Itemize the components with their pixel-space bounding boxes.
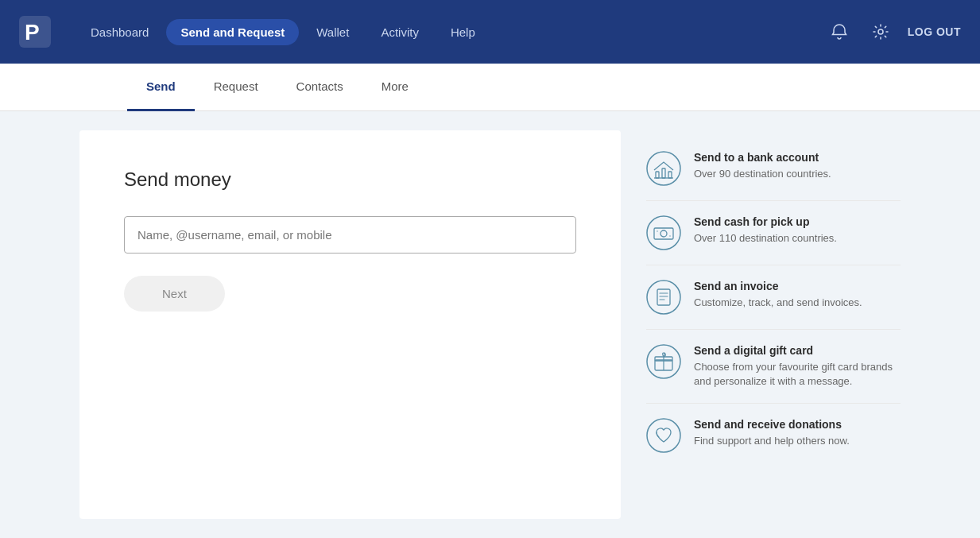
- top-nav: P Dashboard Send and Request Wallet Acti…: [0, 0, 980, 64]
- svg-rect-6: [668, 172, 672, 178]
- side-option-bank[interactable]: Send to a bank account Over 90 destinati…: [646, 137, 901, 201]
- tab-send[interactable]: Send: [127, 64, 195, 111]
- giftcard-icon: [646, 344, 681, 379]
- svg-rect-14: [657, 289, 670, 305]
- giftcard-option-title: Send a digital gift card: [694, 344, 901, 357]
- giftcard-option-desc: Choose from your favourite gift card bra…: [694, 360, 901, 389]
- donations-option-title: Send and receive donations: [694, 418, 850, 431]
- paypal-logo[interactable]: P: [19, 16, 51, 48]
- invoice-option-title: Send an invoice: [694, 280, 862, 292]
- invoice-icon: [646, 280, 681, 315]
- nav-wallet[interactable]: Wallet: [302, 19, 363, 45]
- svg-text:P: P: [25, 20, 40, 45]
- svg-point-2: [878, 29, 883, 34]
- tab-contacts[interactable]: Contacts: [277, 64, 362, 111]
- side-option-donations[interactable]: Send and receive donations Find support …: [646, 404, 901, 467]
- svg-point-10: [660, 230, 667, 237]
- side-option-invoice[interactable]: Send an invoice Customize, track, and se…: [646, 265, 901, 330]
- svg-point-8: [647, 216, 680, 250]
- nav-right: LOG OUT: [825, 17, 961, 46]
- svg-point-13: [647, 281, 680, 314]
- invoice-option-desc: Customize, track, and send invoices.: [694, 296, 862, 310]
- nav-activity[interactable]: Activity: [366, 19, 433, 45]
- svg-point-22: [647, 419, 680, 452]
- nav-links: Dashboard Send and Request Wallet Activi…: [76, 19, 825, 45]
- send-title: Send money: [124, 168, 576, 191]
- notifications-button[interactable]: [825, 17, 854, 46]
- cash-icon: [646, 215, 681, 250]
- tab-more[interactable]: More: [362, 64, 428, 111]
- main-content: Send money Next Send to a bank account O…: [0, 111, 980, 538]
- bank-option-desc: Over 90 destination countries.: [694, 167, 831, 181]
- nav-send-request[interactable]: Send and Request: [166, 19, 299, 45]
- donations-icon: [646, 418, 681, 453]
- tab-request[interactable]: Request: [195, 64, 277, 111]
- side-option-cash[interactable]: Send cash for pick up Over 110 destinati…: [646, 201, 901, 265]
- logout-button[interactable]: LOG OUT: [908, 25, 961, 38]
- nav-dashboard[interactable]: Dashboard: [76, 19, 163, 45]
- settings-button[interactable]: [866, 17, 895, 46]
- sub-nav: Send Request Contacts More: [0, 64, 980, 111]
- recipient-input[interactable]: [124, 216, 576, 254]
- bank-option-title: Send to a bank account: [694, 151, 831, 164]
- side-options: Send to a bank account Over 90 destinati…: [646, 130, 901, 519]
- next-button[interactable]: Next: [124, 276, 225, 312]
- svg-rect-4: [656, 172, 659, 178]
- donations-option-desc: Find support and help others now.: [694, 434, 850, 448]
- cash-option-desc: Over 110 destination countries.: [694, 231, 837, 246]
- send-panel: Send money Next: [79, 130, 621, 519]
- cash-option-title: Send cash for pick up: [694, 215, 837, 228]
- side-option-giftcard[interactable]: Send a digital gift card Choose from you…: [646, 330, 901, 404]
- svg-rect-9: [654, 228, 673, 239]
- nav-help[interactable]: Help: [436, 19, 490, 45]
- bank-icon: [646, 151, 681, 186]
- svg-rect-5: [662, 168, 665, 178]
